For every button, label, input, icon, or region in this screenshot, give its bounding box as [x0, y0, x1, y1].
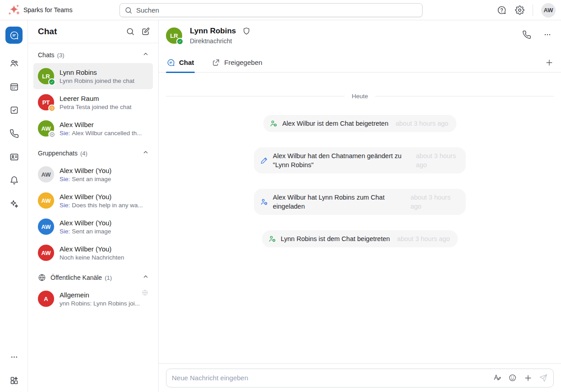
chat-bubble-icon: [167, 59, 175, 67]
tab-label: Freigegeben: [224, 59, 262, 66]
rail-tasks-icon[interactable]: [5, 101, 23, 119]
system-message-text: Alex Wilbur hat den Chatnamen geändert z…: [273, 151, 409, 169]
chat-preview: Petra Testa joined the chat: [60, 104, 148, 110]
tab-label: Chat: [179, 59, 194, 66]
rail-calls-icon[interactable]: [5, 125, 23, 142]
avatar: A: [38, 291, 54, 307]
system-message: Lynn Robins ist dem Chat beigetreten abo…: [262, 230, 458, 247]
date-divider: Heute: [166, 93, 554, 100]
chat-preview: Sie:Does this help in any wa...: [60, 202, 148, 209]
status-available-badge: [176, 38, 184, 45]
chat-title: Lynn Robins: [60, 68, 148, 76]
rail-more-icon[interactable]: [5, 348, 23, 365]
chat-preview: Noch keine Nachrichten: [60, 254, 148, 261]
chat-preview: Sie:Sent an image: [60, 228, 148, 235]
chevron-up-icon[interactable]: [142, 273, 149, 282]
app-logo-sparkle-icon: [7, 4, 21, 17]
format-text-icon[interactable]: [493, 374, 502, 383]
search-icon: [124, 6, 133, 14]
system-message-text: Alex Wilbur hat Lynn Robins zum Chat ein…: [273, 193, 403, 211]
chat-title: Alex Wilber (You): [60, 219, 148, 227]
system-message: Alex Wilbur hat den Chatnamen geändert z…: [254, 147, 466, 173]
search-input[interactable]: [136, 6, 418, 14]
chat-list-item[interactable]: AW Alex Wilber (You) Noch keine Nachrich…: [33, 240, 153, 266]
status-blocked-badge: [48, 131, 55, 138]
section-groupchats[interactable]: Gruppenchats (4): [28, 141, 158, 161]
section-chats[interactable]: Chats (3): [28, 43, 158, 63]
rail-calendar-icon[interactable]: [5, 78, 23, 95]
pencil-icon: [260, 156, 268, 164]
section-count: (1): [105, 274, 112, 281]
composer-box[interactable]: [166, 369, 554, 387]
channel-list-item[interactable]: A Allgemein ynn Robins: Lynn Robins joi.…: [33, 286, 153, 312]
system-message: Alex Wilbur ist dem Chat beigetreten abo…: [263, 115, 456, 132]
search-chats-icon[interactable]: [126, 27, 135, 36]
tab-shared[interactable]: Freigegeben: [211, 53, 263, 73]
rail-apps-icon[interactable]: [5, 372, 23, 389]
emoji-icon[interactable]: [508, 374, 517, 383]
section-count: (3): [57, 52, 64, 59]
rail-sparkles-ai-icon[interactable]: [5, 195, 23, 212]
topbar-divider: [533, 5, 533, 16]
help-icon[interactable]: [497, 5, 506, 15]
conversation-header: LR Lynn Robins Direktnachricht: [159, 20, 561, 53]
chat-list-panel: Chat Chats (3) LR Lynn Robins Lynn Robin…: [28, 20, 159, 392]
app-title: Sparks for Teams: [23, 6, 73, 14]
person-add-icon: [260, 198, 268, 206]
avatar: AW: [38, 166, 54, 182]
chat-preview: Lynn Robins joined the chat: [60, 77, 148, 84]
app-rail: [0, 20, 28, 392]
more-options-icon[interactable]: [543, 30, 552, 39]
chat-list-item[interactable]: LR Lynn Robins Lynn Robins joined the ch…: [33, 63, 153, 89]
system-message-time: about 3 hours ago: [397, 234, 450, 243]
chat-list-item[interactable]: AW Alex Wilber (You) Sie:Sent an image: [33, 214, 153, 240]
tab-chat[interactable]: Chat: [166, 53, 195, 73]
chat-list-item[interactable]: PT Leerer Raum Petra Testa joined the ch…: [33, 89, 153, 115]
system-message: Alex Wilbur hat Lynn Robins zum Chat ein…: [254, 189, 466, 215]
top-bar: Sparks for Teams AW: [0, 0, 561, 20]
message-input[interactable]: [172, 374, 488, 382]
rail-people-icon[interactable]: [5, 55, 23, 72]
chat-list-item[interactable]: AW Alex Wilber (You) Sie:Sent an image: [33, 161, 153, 187]
add-tab-plus-icon[interactable]: [545, 58, 554, 67]
avatar: AW: [38, 219, 54, 235]
send-icon[interactable]: [539, 374, 548, 383]
rail-notifications-bell-icon[interactable]: [5, 172, 23, 189]
chat-list-item[interactable]: AW Alex Wilber Sie:Alex Wilbur cancelled…: [33, 115, 153, 141]
conversation-title: Lynn Robins: [190, 27, 236, 36]
attach-plus-icon[interactable]: [524, 374, 533, 383]
chat-list-item[interactable]: AW Alex Wilber (You) Sie:Does this help …: [33, 187, 153, 214]
chat-title: Alex Wilber (You): [60, 167, 148, 174]
section-label: Chats: [38, 51, 55, 59]
channel-preview: ynn Robins: Lynn Robins joi...: [60, 300, 148, 307]
status-available-badge: [48, 78, 55, 86]
chat-title: Alex Wilber (You): [60, 193, 148, 201]
section-public-channels[interactable]: Öffentliche Kanäle (1): [28, 266, 158, 286]
chat-preview: Sie:Alex Wilbur cancelled th...: [60, 130, 148, 137]
settings-gear-icon[interactable]: [515, 5, 524, 15]
section-label: Gruppenchats: [38, 150, 78, 157]
system-message-time: about 3 hours ago: [395, 119, 448, 128]
share-icon: [212, 59, 220, 67]
section-count: (4): [80, 150, 87, 157]
status-away-badge: [48, 105, 55, 112]
chat-title: Leerer Raum: [60, 95, 148, 102]
section-label: Öffentliche Kanäle: [51, 274, 102, 281]
channel-title: Allgemein: [60, 291, 148, 299]
chat-title: Alex Wilber: [60, 121, 148, 128]
chevron-up-icon[interactable]: [142, 50, 149, 59]
shield-icon[interactable]: [242, 27, 251, 36]
system-message-text: Alex Wilbur ist dem Chat beigetreten: [282, 119, 388, 128]
message-composer: [159, 363, 561, 392]
compose-icon[interactable]: [141, 27, 150, 36]
date-divider-label: Heute: [345, 93, 375, 100]
user-avatar[interactable]: AW: [541, 3, 556, 18]
rail-chat-icon[interactable]: [5, 27, 23, 44]
global-search[interactable]: [120, 3, 423, 17]
message-list[interactable]: Heute Alex Wilbur ist dem Chat beigetret…: [166, 73, 554, 363]
chevron-up-icon[interactable]: [142, 149, 149, 158]
public-channel-globe-icon: [142, 289, 148, 298]
rail-contact-card-icon[interactable]: [5, 148, 23, 165]
panel-title: Chat: [38, 27, 120, 36]
call-phone-icon[interactable]: [522, 30, 531, 39]
